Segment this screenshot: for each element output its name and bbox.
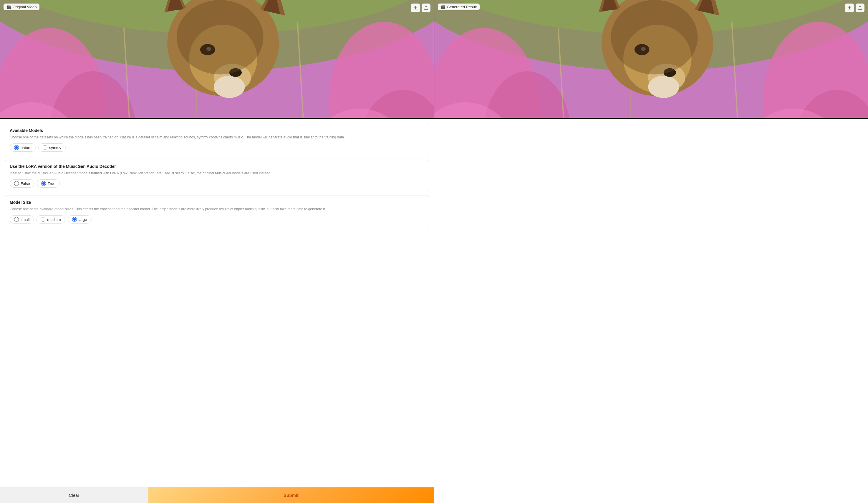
video-icon-right: 🎬	[441, 5, 445, 9]
lora-true-label: True	[48, 182, 55, 186]
lora-false-label: False	[21, 182, 30, 186]
generated-video-section: 🎬 Generated Result	[434, 0, 868, 119]
model-size-radio-group: small medium large	[10, 215, 424, 224]
size-small-radio[interactable]	[14, 217, 19, 222]
svg-point-16	[214, 76, 245, 98]
original-video-title: Original Video	[13, 5, 37, 9]
clear-button[interactable]: Clear	[0, 487, 148, 503]
lora-true-option[interactable]: True	[37, 179, 60, 188]
main-container: 🎬 Original Video	[0, 0, 868, 503]
available-models-section: Available Models Choose one of the datas…	[5, 124, 429, 156]
generated-video-label: 🎬 Generated Result	[438, 3, 480, 10]
size-large-label: large	[79, 217, 87, 222]
video-icon-left: 🎬	[7, 5, 11, 9]
original-download-button[interactable]	[411, 3, 420, 12]
original-share-button[interactable]	[422, 3, 431, 12]
model-size-section: Model Size Choose one of the available m…	[5, 196, 429, 228]
size-small-label: small	[21, 217, 29, 222]
lora-false-radio[interactable]	[14, 181, 19, 186]
lora-title: Use the LoRA version of the MusicGen Aud…	[10, 164, 424, 169]
model-nature-label: nature	[21, 145, 31, 150]
original-video-actions	[411, 3, 431, 12]
lora-section: Use the LoRA version of the MusicGen Aud…	[5, 160, 429, 192]
model-symmv-option[interactable]: symmv	[38, 143, 66, 152]
models-radio-group: nature symmv	[10, 143, 424, 152]
svg-point-24	[177, 0, 264, 74]
models-title: Available Models	[10, 128, 424, 133]
action-bar: Clear Submit	[0, 487, 434, 503]
generated-video-frame: RELAXATION FILM	[434, 0, 868, 118]
model-size-description: Choose one of the available model sizes.…	[10, 206, 424, 212]
model-symmv-radio[interactable]	[43, 145, 48, 150]
submit-button[interactable]: Submit	[148, 487, 434, 503]
left-panel: 🎬 Original Video	[0, 0, 434, 503]
size-small-option[interactable]: small	[10, 215, 34, 224]
controls-panel: Available Models Choose one of the datas…	[0, 119, 434, 487]
original-video-section: 🎬 Original Video	[0, 0, 434, 119]
model-size-title: Model Size	[10, 200, 424, 205]
lora-false-option[interactable]: False	[10, 179, 34, 188]
generated-video-title: Generated Result	[447, 5, 477, 9]
models-description: Choose one of the datasets on which the …	[10, 135, 424, 140]
original-video-label: 🎬 Original Video	[3, 3, 40, 10]
model-nature-option[interactable]: nature	[10, 143, 36, 152]
original-video-frame: RELAXATION FILM	[0, 0, 434, 118]
model-nature-radio[interactable]	[14, 145, 19, 150]
lora-true-radio[interactable]	[41, 181, 46, 186]
generated-share-button[interactable]	[856, 3, 865, 12]
lora-description: If set to 'True' the MusicGen Audio Deco…	[10, 171, 424, 176]
size-medium-radio[interactable]	[41, 217, 45, 222]
size-large-radio[interactable]	[72, 217, 77, 222]
model-symmv-label: symmv	[49, 145, 61, 150]
right-panel: 🎬 Generated Result	[434, 0, 868, 503]
generated-download-button[interactable]	[845, 3, 854, 12]
size-large-option[interactable]: large	[68, 215, 92, 224]
svg-point-50	[611, 0, 698, 74]
lora-radio-group: False True	[10, 179, 424, 188]
svg-point-42	[648, 76, 679, 98]
generated-video-actions	[845, 3, 865, 12]
size-medium-label: medium	[47, 217, 61, 222]
size-medium-option[interactable]: medium	[36, 215, 65, 224]
